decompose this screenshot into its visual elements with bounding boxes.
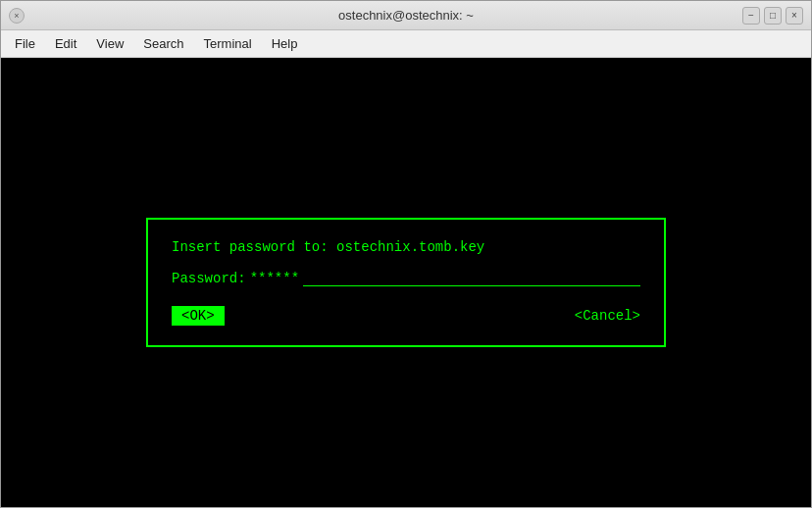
menu-search[interactable]: Search (133, 32, 193, 55)
menu-file[interactable]: File (5, 32, 45, 55)
window-title: ostechnix@ostechnix: ~ (338, 8, 474, 23)
cancel-button[interactable]: <Cancel> (575, 308, 640, 324)
maximize-button[interactable]: □ (764, 7, 782, 25)
dialog-prompt-text: Insert password to: ostechnix.tomb.key (172, 239, 640, 255)
terminal-window: × ostechnix@ostechnix: ~ − □ × File Edit… (0, 0, 812, 508)
close-window-button[interactable]: × (9, 8, 25, 24)
password-label: Password: (172, 271, 246, 286)
dialog-buttons: <OK> <Cancel> (172, 306, 640, 326)
password-dialog: Insert password to: ostechnix.tomb.key P… (146, 218, 666, 347)
dialog-password-row: Password: ****** (172, 271, 640, 286)
menu-edit[interactable]: Edit (45, 32, 86, 55)
minimize-button[interactable]: − (742, 7, 760, 25)
terminal-area[interactable]: Insert password to: ostechnix.tomb.key P… (1, 58, 811, 507)
close-button[interactable]: × (786, 7, 803, 25)
title-bar-left: × (9, 8, 25, 24)
title-bar-right: − □ × (742, 7, 803, 25)
menu-bar: File Edit View Search Terminal Help (1, 30, 811, 58)
menu-terminal[interactable]: Terminal (194, 32, 262, 55)
menu-view[interactable]: View (86, 32, 133, 55)
menu-help[interactable]: Help (262, 32, 308, 55)
password-value: ****** (250, 271, 299, 286)
ok-button[interactable]: <OK> (172, 306, 225, 326)
title-bar: × ostechnix@ostechnix: ~ − □ × (1, 1, 811, 30)
password-underline (303, 271, 640, 286)
